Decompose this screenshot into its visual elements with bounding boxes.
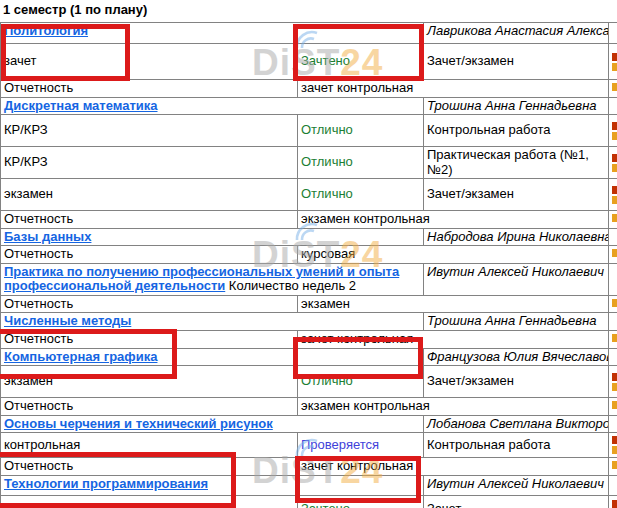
report-row: Отчетностьэкзамен [1, 295, 617, 313]
subject-link[interactable]: Технологии программирования [4, 476, 208, 491]
subject-cell: Основы черчения и технический рисунок [1, 415, 424, 433]
edge-fragment-cell [609, 44, 617, 80]
edge-fragment-mark [612, 373, 617, 381]
subject-row: Технологии программированияИвутин Алексе… [1, 475, 617, 495]
edge-fragment-cell [609, 23, 617, 44]
edge-fragment-cell [609, 211, 617, 229]
semester-page: 1 семестр (1 по плану) ПолитологияЛаврик… [0, 0, 617, 508]
edge-fragment-cell [609, 495, 617, 508]
grade-cell: Отлично [298, 115, 424, 147]
edge-fragment-cell [609, 263, 617, 295]
subject-link[interactable]: Политология [4, 23, 88, 38]
edge-fragment-mark [612, 446, 617, 454]
subject-row: Компьютерная графикаФранцузова Юлия Вяче… [1, 348, 617, 366]
edge-fragment-mark [612, 249, 617, 257]
report-label-cell: Отчетность [1, 80, 298, 98]
semester-table: ПолитологияЛаврикова Анастасия Алексазач… [0, 22, 617, 508]
grade-row: экзаменОтличноЗачет/экзамен [1, 366, 617, 398]
report-value-cell: экзамен контрольная [298, 211, 609, 229]
edge-fragment-cell [609, 331, 617, 349]
report-value-cell: экзамен контрольная [298, 398, 609, 416]
grade-cell: Отлично [298, 366, 424, 398]
edge-fragment-mark [612, 196, 617, 204]
edge-fragment-cell [609, 246, 617, 264]
report-label-cell: Отчетность [1, 211, 298, 229]
teacher-name: Ивутин Алексей Николаевич [427, 476, 604, 491]
report-value-cell: зачет контрольная [298, 80, 609, 98]
report-value-cell: зачет контрольная [298, 331, 609, 349]
edge-fragment-cell [609, 115, 617, 147]
teacher-cell: Трошина Анна Геннадьевна [424, 313, 609, 331]
teacher-cell: Ивутин Алексей Николаевич [424, 263, 609, 295]
work-type-cell: Зачет/экзамен [424, 366, 609, 398]
work-type-cell: Зачет/экзамен [424, 179, 609, 211]
subject-row: ПолитологияЛаврикова Анастасия Алекса [1, 23, 617, 44]
report-row: Отчетностьэкзамен контрольная [1, 211, 617, 229]
report-row: Отчетностьзачет контрольная [1, 458, 617, 476]
work-type-cell: Практическая работа (№1, №2) [424, 147, 609, 179]
teacher-cell: Лобанова Светлана Викторо [424, 415, 609, 433]
report-label-cell: Отчетность [1, 295, 298, 313]
edge-fragment-mark [612, 334, 617, 342]
teacher-name: Трошина Анна Геннадьевна [427, 98, 597, 113]
grade-cell: Зачтено [298, 495, 424, 508]
edge-fragment-cell [609, 366, 617, 398]
teacher-name: Ивутин Алексей Николаевич [427, 264, 604, 279]
report-value-cell: экзамен [298, 295, 609, 313]
control-type-cell: контрольная [1, 433, 298, 458]
edge-fragment-cell [609, 228, 617, 246]
semester-table-body: ПолитологияЛаврикова Анастасия Алексазач… [1, 23, 617, 508]
edge-fragment-mark [612, 63, 617, 71]
teacher-cell: Ивутин Алексей Николаевич [424, 475, 609, 495]
subject-link[interactable]: Численные методы [4, 313, 131, 328]
page-title: 1 семестр (1 по плану) [3, 2, 147, 17]
subject-link[interactable]: Базы данных [4, 229, 91, 244]
report-row: Отчетностьзачет контрольная [1, 80, 617, 98]
grade-cell: Отлично [298, 179, 424, 211]
work-type-cell: Зачет/экзамен [424, 44, 609, 80]
edge-fragment-mark [612, 83, 617, 91]
teacher-name: Трошина Анна Геннадьевна [427, 313, 597, 328]
edge-fragment-mark [612, 164, 617, 172]
report-label-cell: Отчетность [1, 331, 298, 349]
teacher-cell: Лаврикова Анастасия Алекса [424, 23, 609, 44]
grade-value: Отлично [301, 373, 353, 388]
grade-value: Отлично [301, 122, 353, 137]
edge-fragment-mark [612, 53, 617, 61]
grade-row: КР/КРЗОтличноКонтрольная работа [1, 115, 617, 147]
subject-cell: Практика по получению профессиональных у… [1, 263, 424, 295]
control-type-cell: КР/КРЗ [1, 147, 298, 179]
subject-link[interactable]: Основы черчения и технический рисунок [4, 416, 273, 431]
report-row: Отчетностьэкзамен контрольная [1, 398, 617, 416]
grade-value: Зачтено [301, 53, 350, 68]
edge-fragment-mark [612, 436, 617, 444]
subject-cell: Дискретная математика [1, 97, 424, 115]
teacher-name: Лаврикова Анастасия Алекса [427, 23, 609, 38]
subject-cell: Компьютерная графика [1, 348, 424, 366]
grade-row: зачетЗачтеноЗачет/экзамен [1, 44, 617, 80]
grade-row: контрольнаяПроверяетсяКонтрольная работа [1, 433, 617, 458]
subject-link[interactable]: Компьютерная графика [4, 349, 157, 364]
subject-row: Численные методыТрошина Анна Геннадьевна [1, 313, 617, 331]
edge-fragment-cell [609, 295, 617, 313]
edge-fragment-cell [609, 80, 617, 98]
edge-fragment-mark [612, 132, 617, 140]
edge-fragment-mark [612, 500, 617, 508]
edge-fragment-cell [609, 415, 617, 433]
edge-fragment-cell [609, 97, 617, 115]
work-type-cell: Контрольная работа [424, 433, 609, 458]
work-type-cell: Контрольная работа [424, 115, 609, 147]
subject-cell: Базы данных [1, 228, 424, 246]
subject-link[interactable]: Дискретная математика [4, 98, 158, 113]
control-type-cell: экзамен [1, 366, 298, 398]
edge-fragment-cell [609, 458, 617, 476]
teacher-name: Французова Юлия Вячеславов [427, 349, 609, 364]
subject-row: Основы черчения и технический рисунокЛоб… [1, 415, 617, 433]
subject-cell: Технологии программирования [1, 475, 424, 495]
edge-fragment-mark [612, 122, 617, 130]
teacher-name: Лобанова Светлана Викторо [427, 416, 609, 431]
report-label-cell: Отчетность [1, 246, 298, 264]
edge-fragment-cell [609, 147, 617, 179]
control-type-cell: зачет [1, 495, 298, 508]
edge-fragment-mark [612, 383, 617, 391]
